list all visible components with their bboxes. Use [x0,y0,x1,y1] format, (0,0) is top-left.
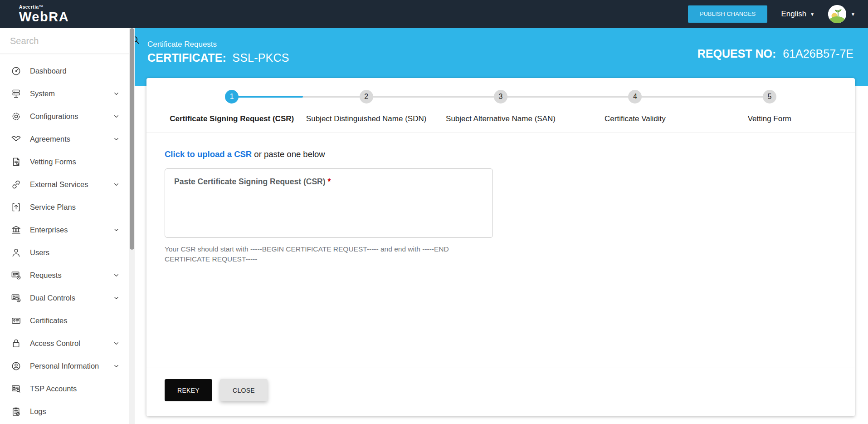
search-input[interactable] [10,36,130,46]
bank-icon [10,224,21,235]
chevron-down-icon: ▼ [810,12,814,17]
request-number: REQUEST NO: 61A26B57-7E [697,47,853,60]
chevron-down-icon [113,295,120,301]
sidebar-item-personal-information[interactable]: Personal Information [0,355,129,377]
rekey-button[interactable]: REKEY [165,379,212,401]
user-menu[interactable]: ▼ [828,5,855,23]
step-label: Certificate Signing Request (CSR) [170,114,294,123]
sidebar-item-dashboard[interactable]: Dashboard [0,59,129,82]
handshake-icon [10,133,21,144]
box-arrow-up-icon [10,202,21,212]
main-content: Certificate Requests CERTIFICATE: SSL-PK… [135,28,868,424]
sidebar-item-logs[interactable]: Logs [0,400,129,423]
csr-input-wrap: Paste Certificate Signing Request (CSR)* [165,168,493,238]
page-title-label: CERTIFICATE: [147,51,226,64]
link-icon [10,179,21,190]
request-number-label: REQUEST NO: [697,47,776,60]
gear-icon [10,111,21,122]
sidebar-item-users[interactable]: Users [0,241,129,264]
card-footer: REKEY CLOSE [165,379,268,401]
sidebar-item-external-services[interactable]: External Services [0,173,129,196]
sidebar-item-requests[interactable]: Requests [0,264,129,286]
dashboard-icon [10,65,21,76]
server-icon [10,88,21,99]
sidebar-item-label: External Services [30,180,88,189]
chevron-down-icon [113,181,120,188]
sidebar-item-label: Configurations [30,112,78,121]
card-clock-icon [10,270,21,281]
sidebar-item-label: Vetting Forms [30,158,76,166]
step-circle: 2 [360,90,373,104]
sidebar-item-label: Dual Controls [30,294,75,302]
chevron-down-icon [113,113,120,120]
step-csr[interactable]: 1 Certificate Signing Request (CSR) [165,90,299,123]
sidebar-item-tsp-accounts[interactable]: TSP Accounts [0,377,129,400]
language-label: English [781,10,806,19]
chevron-down-icon [113,227,120,233]
close-button[interactable]: CLOSE [220,379,268,401]
person-circle-icon [10,360,21,371]
document-inspect-icon [10,156,21,167]
request-number-value: 61A26B57-7E [783,47,853,60]
sidebar-item-access-control[interactable]: Access Control [0,332,129,355]
sidebar-item-enterprises[interactable]: Enterprises [0,218,129,241]
chevron-down-icon [113,136,120,143]
page-title-value: SSL-PKCS [232,51,289,64]
wizard-card: 1 Certificate Signing Request (CSR) 2 Su… [146,78,855,416]
step-label: Subject Alternative Name (SAN) [446,114,556,123]
footer-divider [146,368,855,368]
sidebar-item-label: Enterprises [30,226,68,234]
card-search-icon [10,383,21,394]
step-sdn[interactable]: 2 Subject Distinguished Name (SDN) [299,90,433,123]
step-validity[interactable]: 4 Certificate Validity [568,90,702,123]
csr-helper-text: Your CSR should start with -----BEGIN CE… [165,244,478,265]
step-san[interactable]: 3 Subject Alternative Name (SAN) [434,90,568,123]
sidebar-nav: Dashboard System Configurations [0,54,129,423]
sidebar-item-label: System [30,89,55,98]
step-vetting-form[interactable]: 5 Vetting Form [702,90,837,123]
sidebar-item-dual-controls[interactable]: Dual Controls [0,286,129,309]
sidebar-item-label: Dashboard [30,67,67,75]
step-circle: 3 [494,90,507,104]
upload-csr-link[interactable]: Click to upload a CSR [165,149,252,159]
sidebar-search [0,28,129,54]
sidebar-item-label: Service Plans [30,203,76,212]
sidebar-item-label: Certificates [30,316,68,325]
sidebar-item-service-plans[interactable]: Service Plans [0,196,129,218]
chevron-down-icon: ▼ [851,12,855,17]
publish-changes-button[interactable]: PUBLISH CHANGES [688,5,767,23]
chevron-down-icon [113,340,120,347]
sidebar: Dashboard System Configurations [0,28,129,424]
sidebar-item-label: Users [30,248,49,257]
sidebar-item-agreements[interactable]: Agreements [0,128,129,150]
sidebar-item-vetting-forms[interactable]: Vetting Forms [0,150,129,173]
webra-app: Ascertia™ WebRA PUBLISH CHANGES English … [0,0,868,424]
stepper-divider [146,133,855,133]
sidebar-item-label: TSP Accounts [30,385,77,393]
sidebar-item-configurations[interactable]: Configurations [0,105,129,128]
step-circle: 1 [225,90,239,104]
clipboard-check-icon [10,406,21,417]
brand-webra: WebRA [19,10,69,24]
brand-logo[interactable]: Ascertia™ WebRA [19,5,69,24]
language-selector[interactable]: English ▼ [781,10,814,19]
step-label: Vetting Form [748,114,791,123]
scrollbar-thumb[interactable] [130,28,134,250]
sidebar-item-certificates[interactable]: Certificates [0,309,129,332]
brand-ascertia: Ascertia™ [19,5,69,10]
upload-suffix: or paste one below [252,149,325,159]
card-clock-icon [10,292,21,303]
page-header: Certificate Requests CERTIFICATE: SSL-PK… [135,28,868,86]
person-icon [10,247,21,258]
chevron-down-icon [113,90,120,97]
certificate-card-icon [10,315,21,326]
step-label: Certificate Validity [605,114,666,123]
lock-icon [10,338,21,349]
chevron-down-icon [113,272,120,279]
chevron-down-icon [113,363,120,370]
step-label: Subject Distinguished Name (SDN) [306,114,427,123]
step-circle: 4 [628,90,642,104]
sidebar-item-system[interactable]: System [0,82,129,105]
csr-textarea[interactable] [165,168,493,238]
sidebar-scrollbar[interactable] [129,28,135,424]
